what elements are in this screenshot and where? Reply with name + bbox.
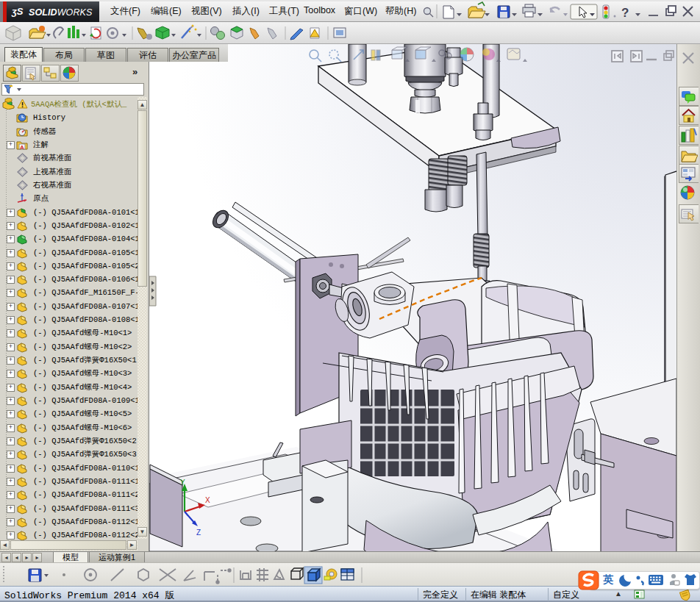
svg-text:Y: Y <box>180 479 185 487</box>
svg-text:X: X <box>205 496 210 504</box>
svg-text:?: ? <box>621 6 629 20</box>
svg-text:Z: Z <box>196 528 201 537</box>
